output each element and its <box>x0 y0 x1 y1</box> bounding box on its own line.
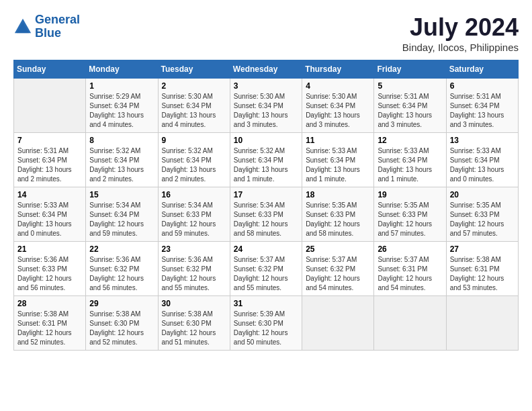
calendar-cell: 1Sunrise: 5:29 AM Sunset: 6:34 PM Daylig… <box>86 79 158 133</box>
day-detail: Sunrise: 5:33 AM Sunset: 6:34 PM Dayligh… <box>450 146 515 184</box>
day-number: 16 <box>162 190 226 199</box>
logo-text: General Blue <box>35 13 80 40</box>
calendar-cell: 13Sunrise: 5:33 AM Sunset: 6:34 PM Dayli… <box>446 133 518 187</box>
day-detail: Sunrise: 5:37 AM Sunset: 6:31 PM Dayligh… <box>378 255 442 293</box>
calendar-cell: 26Sunrise: 5:37 AM Sunset: 6:31 PM Dayli… <box>374 242 446 296</box>
day-detail: Sunrise: 5:38 AM Sunset: 6:30 PM Dayligh… <box>89 310 154 347</box>
calendar-cell: 14Sunrise: 5:33 AM Sunset: 6:34 PM Dayli… <box>14 187 86 242</box>
calendar-cell: 30Sunrise: 5:38 AM Sunset: 6:30 PM Dayli… <box>158 296 230 351</box>
day-number: 28 <box>17 299 82 308</box>
calendar-cell: 11Sunrise: 5:33 AM Sunset: 6:34 PM Dayli… <box>302 133 374 187</box>
calendar-title: July 2024 <box>402 13 519 42</box>
calendar-cell: 22Sunrise: 5:36 AM Sunset: 6:32 PM Dayli… <box>86 242 158 296</box>
day-number: 23 <box>162 244 226 254</box>
calendar-cell: 9Sunrise: 5:32 AM Sunset: 6:34 PM Daylig… <box>158 133 230 187</box>
calendar-cell: 20Sunrise: 5:35 AM Sunset: 6:33 PM Dayli… <box>446 187 518 242</box>
week-row-4: 21Sunrise: 5:36 AM Sunset: 6:33 PM Dayli… <box>14 242 519 296</box>
weekday-header-friday: Friday <box>374 60 446 79</box>
day-number: 10 <box>234 136 298 145</box>
calendar-cell: 5Sunrise: 5:31 AM Sunset: 6:34 PM Daylig… <box>374 79 446 133</box>
day-number: 17 <box>234 190 298 199</box>
day-detail: Sunrise: 5:33 AM Sunset: 6:34 PM Dayligh… <box>306 146 370 184</box>
calendar-cell: 15Sunrise: 5:34 AM Sunset: 6:34 PM Dayli… <box>86 187 158 242</box>
day-detail: Sunrise: 5:35 AM Sunset: 6:33 PM Dayligh… <box>450 201 515 238</box>
day-number: 19 <box>378 190 442 199</box>
day-number: 6 <box>450 81 515 91</box>
day-detail: Sunrise: 5:35 AM Sunset: 6:33 PM Dayligh… <box>378 201 442 238</box>
day-detail: Sunrise: 5:37 AM Sunset: 6:32 PM Dayligh… <box>234 255 298 293</box>
title-block: July 2024 Binday, Ilocos, Philippines <box>402 13 519 53</box>
day-number: 12 <box>378 136 442 145</box>
week-row-2: 7Sunrise: 5:31 AM Sunset: 6:34 PM Daylig… <box>14 133 519 187</box>
weekday-header-saturday: Saturday <box>446 60 518 79</box>
week-row-3: 14Sunrise: 5:33 AM Sunset: 6:34 PM Dayli… <box>14 187 519 242</box>
day-detail: Sunrise: 5:35 AM Sunset: 6:33 PM Dayligh… <box>306 201 370 238</box>
day-detail: Sunrise: 5:38 AM Sunset: 6:30 PM Dayligh… <box>162 310 226 347</box>
calendar-header: SundayMondayTuesdayWednesdayThursdayFrid… <box>14 60 519 79</box>
day-number: 21 <box>17 244 82 254</box>
day-detail: Sunrise: 5:38 AM Sunset: 6:31 PM Dayligh… <box>17 310 82 347</box>
calendar-cell <box>302 296 374 351</box>
weekday-header-monday: Monday <box>86 60 158 79</box>
day-detail: Sunrise: 5:34 AM Sunset: 6:34 PM Dayligh… <box>89 201 154 238</box>
calendar-cell: 2Sunrise: 5:30 AM Sunset: 6:34 PM Daylig… <box>158 79 230 133</box>
calendar-cell <box>14 79 86 133</box>
calendar-cell: 6Sunrise: 5:31 AM Sunset: 6:34 PM Daylig… <box>446 79 518 133</box>
calendar-table: SundayMondayTuesdayWednesdayThursdayFrid… <box>13 60 519 351</box>
day-number: 25 <box>306 244 370 254</box>
week-row-1: 1Sunrise: 5:29 AM Sunset: 6:34 PM Daylig… <box>14 79 519 133</box>
day-number: 30 <box>162 299 226 308</box>
day-detail: Sunrise: 5:32 AM Sunset: 6:34 PM Dayligh… <box>234 146 298 184</box>
day-number: 22 <box>89 244 154 254</box>
day-number: 1 <box>89 81 154 91</box>
calendar-subtitle: Binday, Ilocos, Philippines <box>402 42 519 53</box>
calendar-cell <box>446 296 518 351</box>
calendar-cell: 19Sunrise: 5:35 AM Sunset: 6:33 PM Dayli… <box>374 187 446 242</box>
calendar-cell <box>374 296 446 351</box>
calendar-cell: 7Sunrise: 5:31 AM Sunset: 6:34 PM Daylig… <box>14 133 86 187</box>
calendar-cell: 28Sunrise: 5:38 AM Sunset: 6:31 PM Dayli… <box>14 296 86 351</box>
day-number: 26 <box>378 244 442 254</box>
day-detail: Sunrise: 5:31 AM Sunset: 6:34 PM Dayligh… <box>17 146 82 184</box>
logo-icon <box>13 17 32 36</box>
calendar-cell: 8Sunrise: 5:32 AM Sunset: 6:34 PM Daylig… <box>86 133 158 187</box>
day-number: 8 <box>89 136 154 145</box>
calendar-cell: 31Sunrise: 5:39 AM Sunset: 6:30 PM Dayli… <box>230 296 302 351</box>
calendar-cell: 29Sunrise: 5:38 AM Sunset: 6:30 PM Dayli… <box>86 296 158 351</box>
day-detail: Sunrise: 5:36 AM Sunset: 6:32 PM Dayligh… <box>89 255 154 293</box>
day-detail: Sunrise: 5:33 AM Sunset: 6:34 PM Dayligh… <box>378 146 442 184</box>
day-number: 11 <box>306 136 370 145</box>
calendar-cell: 4Sunrise: 5:30 AM Sunset: 6:34 PM Daylig… <box>302 79 374 133</box>
day-number: 7 <box>17 136 82 145</box>
calendar-cell: 21Sunrise: 5:36 AM Sunset: 6:33 PM Dayli… <box>14 242 86 296</box>
day-detail: Sunrise: 5:36 AM Sunset: 6:33 PM Dayligh… <box>17 255 82 293</box>
weekday-header-row: SundayMondayTuesdayWednesdayThursdayFrid… <box>14 60 519 79</box>
day-detail: Sunrise: 5:30 AM Sunset: 6:34 PM Dayligh… <box>306 92 370 130</box>
day-number: 3 <box>234 81 298 91</box>
day-detail: Sunrise: 5:30 AM Sunset: 6:34 PM Dayligh… <box>162 92 226 130</box>
calendar-cell: 27Sunrise: 5:38 AM Sunset: 6:31 PM Dayli… <box>446 242 518 296</box>
calendar-body: 1Sunrise: 5:29 AM Sunset: 6:34 PM Daylig… <box>14 79 519 351</box>
day-detail: Sunrise: 5:34 AM Sunset: 6:33 PM Dayligh… <box>162 201 226 238</box>
day-detail: Sunrise: 5:30 AM Sunset: 6:34 PM Dayligh… <box>234 92 298 130</box>
day-detail: Sunrise: 5:37 AM Sunset: 6:32 PM Dayligh… <box>306 255 370 293</box>
day-number: 9 <box>162 136 226 145</box>
day-number: 29 <box>89 299 154 308</box>
calendar-cell: 17Sunrise: 5:34 AM Sunset: 6:33 PM Dayli… <box>230 187 302 242</box>
day-detail: Sunrise: 5:32 AM Sunset: 6:34 PM Dayligh… <box>162 146 226 184</box>
weekday-header-thursday: Thursday <box>302 60 374 79</box>
day-number: 27 <box>450 244 515 254</box>
week-row-5: 28Sunrise: 5:38 AM Sunset: 6:31 PM Dayli… <box>14 296 519 351</box>
calendar-cell: 25Sunrise: 5:37 AM Sunset: 6:32 PM Dayli… <box>302 242 374 296</box>
weekday-header-tuesday: Tuesday <box>158 60 230 79</box>
calendar-cell: 16Sunrise: 5:34 AM Sunset: 6:33 PM Dayli… <box>158 187 230 242</box>
day-detail: Sunrise: 5:32 AM Sunset: 6:34 PM Dayligh… <box>89 146 154 184</box>
day-detail: Sunrise: 5:33 AM Sunset: 6:34 PM Dayligh… <box>17 201 82 238</box>
calendar-cell: 3Sunrise: 5:30 AM Sunset: 6:34 PM Daylig… <box>230 79 302 133</box>
day-number: 20 <box>450 190 515 199</box>
day-number: 24 <box>234 244 298 254</box>
calendar-cell: 12Sunrise: 5:33 AM Sunset: 6:34 PM Dayli… <box>374 133 446 187</box>
day-number: 13 <box>450 136 515 145</box>
day-number: 31 <box>234 299 298 308</box>
day-detail: Sunrise: 5:34 AM Sunset: 6:33 PM Dayligh… <box>234 201 298 238</box>
